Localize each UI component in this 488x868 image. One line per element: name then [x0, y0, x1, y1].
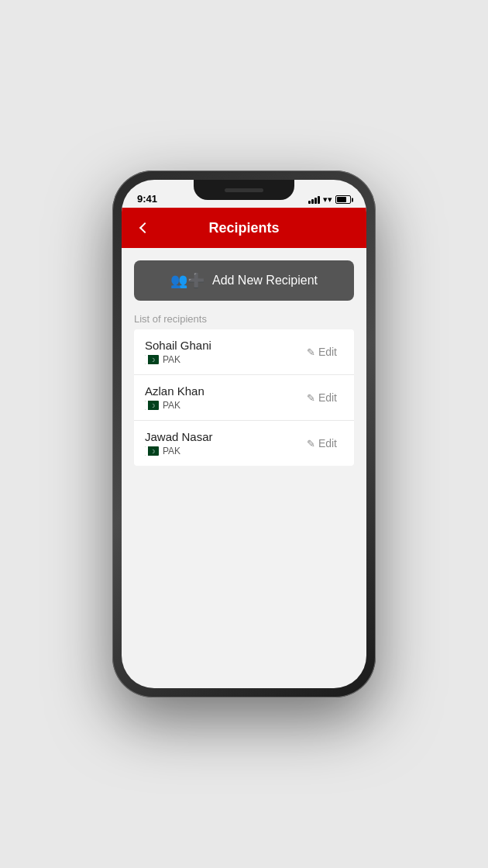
- edit-label: Edit: [318, 391, 337, 404]
- phone-screen: 9:41 ▾▾ Recipients: [122, 180, 366, 688]
- edit-label: Edit: [318, 437, 337, 450]
- edit-icon: ✎: [307, 392, 315, 404]
- speaker: [225, 188, 263, 192]
- table-row: Jawad Nasar ☽ PAK ✎ Edit: [134, 421, 354, 466]
- add-recipient-button[interactable]: 👥➕ Add New Recipient: [134, 260, 354, 301]
- pakistan-flag-icon: ☽: [145, 401, 159, 410]
- header-title: Recipients: [156, 220, 332, 236]
- recipient-info: Jawad Nasar ☽ PAK: [145, 430, 213, 456]
- recipient-country: ☽ PAK: [145, 446, 213, 456]
- country-code: PAK: [163, 446, 180, 456]
- notch: [194, 180, 294, 200]
- pakistan-flag-icon: ☽: [145, 446, 159, 456]
- battery-icon: [335, 195, 351, 204]
- recipient-name: Sohail Ghani: [145, 339, 211, 352]
- table-row: Sohail Ghani ☽ PAK ✎ Edit: [134, 329, 354, 375]
- add-recipient-icon: 👥➕: [170, 272, 204, 289]
- country-code: PAK: [163, 354, 180, 365]
- recipients-list: Sohail Ghani ☽ PAK ✎ Edit: [134, 329, 354, 466]
- edit-button[interactable]: ✎ Edit: [301, 343, 343, 361]
- edit-label: Edit: [318, 346, 337, 358]
- status-time: 9:41: [137, 193, 157, 205]
- phone-frame: 9:41 ▾▾ Recipients: [112, 170, 376, 698]
- main-content: 👥➕ Add New Recipient List of recipients …: [122, 248, 366, 478]
- signal-icon: [308, 196, 320, 204]
- edit-button[interactable]: ✎ Edit: [301, 434, 343, 453]
- edit-button[interactable]: ✎ Edit: [301, 388, 343, 407]
- recipient-country: ☽ PAK: [145, 354, 211, 365]
- status-icons: ▾▾: [308, 195, 351, 205]
- country-code: PAK: [163, 400, 180, 411]
- recipient-info: Sohail Ghani ☽ PAK: [145, 339, 211, 365]
- back-button[interactable]: [134, 217, 156, 239]
- recipient-name: Azlan Khan: [145, 384, 204, 398]
- add-recipient-label: Add New Recipient: [212, 274, 318, 288]
- app-header: Recipients: [122, 208, 366, 248]
- recipient-name: Jawad Nasar: [145, 430, 213, 443]
- recipient-country: ☽ PAK: [145, 400, 204, 411]
- pakistan-flag-icon: ☽: [145, 355, 159, 364]
- recipient-info: Azlan Khan ☽ PAK: [145, 384, 204, 411]
- edit-icon: ✎: [307, 346, 315, 358]
- back-arrow-icon: [139, 222, 150, 233]
- edit-icon: ✎: [307, 438, 315, 450]
- list-header: List of recipients: [134, 313, 354, 325]
- wifi-icon: ▾▾: [323, 195, 332, 205]
- table-row: Azlan Khan ☽ PAK ✎ Edit: [134, 375, 354, 421]
